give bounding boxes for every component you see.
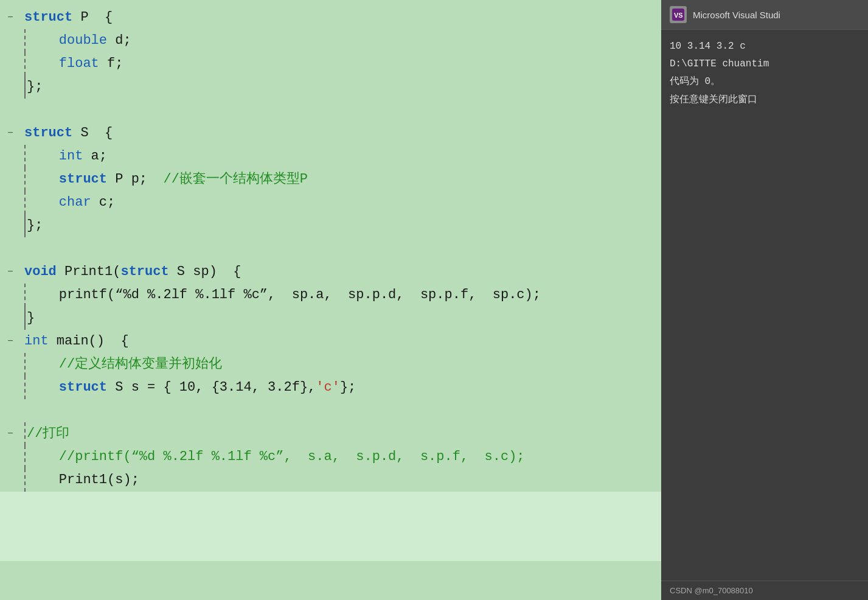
token-3-0: float: [59, 52, 99, 75]
indent-space-3: [27, 52, 59, 75]
token-15-0: int: [24, 330, 49, 353]
token-6-1: S {: [72, 122, 113, 145]
code-line-14: }: [0, 307, 661, 330]
token-3-1: f;: [99, 52, 123, 75]
indent-guide-9-0: [24, 191, 26, 214]
indent-guide-20-0: [24, 445, 26, 469]
indent-space-2: [27, 29, 59, 52]
token-19-0: //打印: [27, 422, 69, 445]
line-gutter-19: −: [5, 422, 22, 445]
indent-guide-21-0: [24, 469, 26, 492]
token-12-2: struct: [120, 260, 168, 284]
token-17-1: S s = { 10, {3.14, 3.2f},: [107, 376, 316, 399]
indent-space-13: [27, 284, 59, 307]
svg-text:VS: VS: [674, 12, 683, 19]
collapse-btn-6[interactable]: −: [5, 122, 16, 145]
line-gutter-12: −: [5, 260, 22, 284]
code-line-12: −void Print1(struct S sp) {: [0, 260, 661, 284]
indent-guide-8-0: [24, 168, 26, 191]
code-line-4: };: [0, 75, 661, 99]
code-line-2: double d;: [0, 29, 661, 52]
token-12-1: Print1(: [57, 260, 121, 284]
token-16-0: //定义结构体变量并初始化: [59, 353, 222, 376]
indent-guide-14-0: [24, 307, 26, 330]
code-line-6: −struct S {: [0, 122, 661, 145]
token-8-0: struct: [59, 168, 107, 191]
collapse-btn-19[interactable]: −: [5, 422, 16, 445]
token-12-0: void: [24, 260, 57, 284]
token-17-3: };: [340, 376, 356, 399]
token-2-0: double: [59, 29, 107, 52]
token-4-0: };: [27, 75, 43, 99]
token-9-1: c;: [91, 191, 116, 214]
code-panel: −struct P { double d; float f;};−struct …: [0, 0, 661, 600]
code-line-24: [0, 538, 661, 561]
output-line-0: 10 3.14 3.2 c: [670, 38, 859, 55]
line-gutter-6: −: [5, 122, 22, 145]
side-panel-header: VS Microsoft Visual Studi: [661, 0, 868, 30]
code-line-19: −//打印: [0, 422, 661, 445]
output-line-1: D:\GITTE chuantim: [670, 56, 859, 72]
indent-space-16: [27, 353, 59, 376]
token-8-2: //嵌套一个结构体类型P: [163, 168, 308, 191]
indent-space-17: [27, 376, 59, 399]
token-6-0: struct: [24, 122, 72, 145]
indent-guide-10-0: [24, 214, 26, 237]
code-line-11: [0, 237, 661, 260]
token-2-1: d;: [107, 29, 131, 52]
token-21-1: (s);: [107, 469, 139, 492]
token-12-3: S sp) {: [169, 260, 241, 284]
code-line-15: −int main() {: [0, 330, 661, 353]
code-line-16: //定义结构体变量并初始化: [0, 353, 661, 376]
indent-guide-3-0: [24, 52, 26, 75]
line-gutter-1: −: [5, 6, 22, 29]
code-line-3: float f;: [0, 52, 661, 75]
side-panel: VS Microsoft Visual Studi 10 3.14 3.2 cD…: [661, 0, 868, 600]
code-line-17: struct S s = { 10, {3.14, 3.2f},'c'};: [0, 376, 661, 399]
indent-guide-4-0: [24, 75, 26, 99]
token-17-0: struct: [59, 376, 107, 399]
collapse-btn-15[interactable]: −: [5, 330, 16, 353]
code-line-8: struct P p; //嵌套一个结构体类型P: [0, 168, 661, 191]
collapse-btn-1[interactable]: −: [5, 6, 16, 29]
output-line-3: 按任意键关闭此窗口: [670, 92, 859, 108]
code-line-1: −struct P {: [0, 6, 661, 29]
collapse-btn-12[interactable]: −: [5, 260, 16, 284]
vs-icon: VS: [670, 6, 687, 23]
code-line-9: char c;: [0, 191, 661, 214]
code-line-5: [0, 99, 661, 122]
indent-space-9: [27, 191, 59, 214]
token-7-0: int: [59, 145, 83, 168]
indent-guide-19-0: [24, 422, 26, 445]
code-line-18: [0, 399, 661, 422]
indent-guide-7-0: [24, 145, 26, 168]
token-15-1: main() {: [49, 330, 129, 353]
code-line-23: [0, 515, 661, 538]
token-20-0: //printf(“%d %.2lf %.1lf %c”, s.a, s.p.d…: [59, 445, 525, 469]
indent-guide-2-0: [24, 29, 26, 52]
token-21-0: Print1: [59, 469, 107, 492]
token-1-0: struct: [24, 6, 72, 29]
indent-space-21: [27, 469, 59, 492]
side-panel-footer: CSDN @m0_70088010: [661, 581, 868, 600]
code-line-7: int a;: [0, 145, 661, 168]
indent-guide-16-0: [24, 353, 26, 376]
code-line-13: printf(“%d %.2lf %.1lf %c”, sp.a, sp.p.d…: [0, 284, 661, 307]
token-1-1: P {: [72, 6, 113, 29]
code-line-22: [0, 492, 661, 515]
code-line-20: //printf(“%d %.2lf %.1lf %c”, s.a, s.p.d…: [0, 445, 661, 469]
indent-space-20: [27, 445, 59, 469]
token-7-1: a;: [83, 145, 107, 168]
token-9-0: char: [59, 191, 91, 214]
token-13-1: (“%d %.2lf %.1lf %c”, sp.a, sp.p.d, sp.p…: [107, 284, 541, 307]
side-panel-title: Microsoft Visual Studi: [693, 10, 780, 20]
indent-space-7: [27, 145, 59, 168]
indent-space-8: [27, 168, 59, 191]
side-panel-content: 10 3.14 3.2 cD:\GITTE chuantim代码为 0。按任意键…: [661, 30, 868, 581]
token-17-2: 'c': [316, 376, 340, 399]
code-line-21: Print1(s);: [0, 469, 661, 492]
code-line-10: };: [0, 214, 661, 237]
indent-guide-13-0: [24, 284, 26, 307]
indent-guide-17-0: [24, 376, 26, 399]
line-gutter-15: −: [5, 330, 22, 353]
